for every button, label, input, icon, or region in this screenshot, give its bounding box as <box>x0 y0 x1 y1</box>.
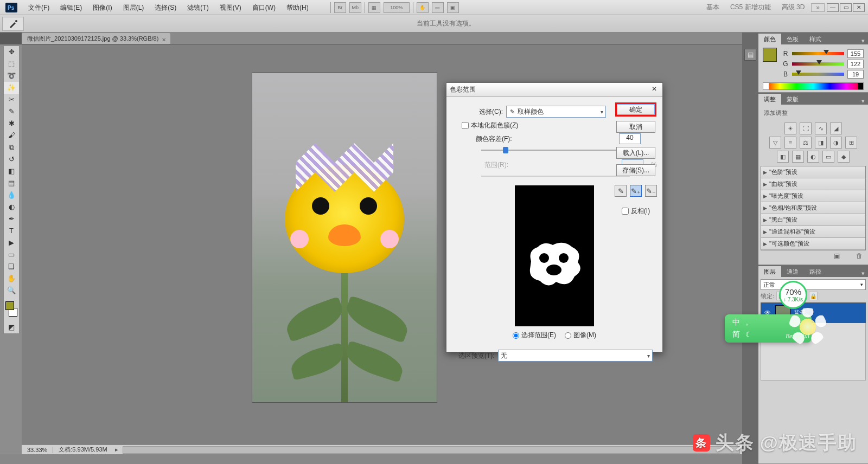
selection-preview-dropdown[interactable]: 无 ▾ <box>498 350 653 362</box>
select-method-dropdown[interactable]: ✎ 取样颜色 ▾ <box>506 106 606 118</box>
history-brush-tool[interactable]: ↺ <box>4 153 19 165</box>
preset-item[interactable]: ▶"曲线"预设 <box>761 178 865 190</box>
dialog-close-button[interactable]: ✕ <box>649 85 659 95</box>
window-close-button[interactable]: ✕ <box>853 3 865 12</box>
crop-tool[interactable]: ✂ <box>4 94 19 106</box>
shape-tool[interactable]: ▭ <box>4 249 19 261</box>
collapsed-history-icon[interactable]: ▤ <box>744 49 756 61</box>
foreground-background-swatch[interactable] <box>4 300 19 318</box>
workspace-cs5[interactable]: CS5 新增功能 <box>726 3 775 12</box>
healing-brush-tool[interactable]: ✱ <box>4 118 19 130</box>
launch-bridge-button[interactable]: Br <box>334 2 346 13</box>
lock-all-icon[interactable]: 🔒 <box>809 292 818 300</box>
clone-stamp-tool[interactable]: ⧉ <box>4 141 19 153</box>
panel-menu-icon[interactable]: ▾ <box>858 98 868 105</box>
workspace-more-icon[interactable]: » <box>811 3 825 12</box>
workspace-3d[interactable]: 高级 3D <box>777 3 809 12</box>
panel-menu-icon[interactable]: ▾ <box>858 270 868 277</box>
tab-styles[interactable]: 样式 <box>804 34 827 44</box>
pen-tool[interactable]: ✒ <box>4 213 19 225</box>
color-fg-swatch[interactable] <box>763 48 777 62</box>
tab-masks[interactable]: 蒙版 <box>781 94 804 105</box>
zoom-tool[interactable]: 🔍 <box>4 285 19 297</box>
adj-exposure-icon[interactable]: ◢ <box>830 123 842 134</box>
invert-checkbox[interactable]: 反相(I) <box>622 207 650 216</box>
canvas-image[interactable] <box>252 73 437 402</box>
color-spectrum[interactable] <box>763 82 864 90</box>
adj-threshold-icon[interactable]: ◐ <box>807 151 819 163</box>
eyedropper-sample[interactable]: ✎ <box>615 185 627 197</box>
menu-file[interactable]: 文件(F) <box>23 0 55 15</box>
adj-levels-icon[interactable]: ⛶ <box>800 123 812 134</box>
hand-tool[interactable]: ✋ <box>4 273 19 285</box>
document-info[interactable]: 文档:5.93M/5.93M <box>53 446 112 454</box>
preset-item[interactable]: ▶"黑白"预设 <box>761 214 865 226</box>
adj-channel-mixer-icon[interactable]: ⊞ <box>845 137 857 149</box>
info-dropdown-icon[interactable]: ▸ <box>113 446 120 453</box>
preset-item[interactable]: ▶"可选颜色"预设 <box>761 238 865 250</box>
preset-item[interactable]: ▶"曝光度"预设 <box>761 190 865 202</box>
type-tool[interactable]: T <box>4 225 19 237</box>
blur-tool[interactable]: 💧 <box>4 189 19 201</box>
current-tool-preset[interactable] <box>2 17 24 31</box>
preset-item[interactable]: ▶"色阶"预设 <box>761 166 865 178</box>
eyedropper-tool[interactable]: ✎ <box>4 106 19 118</box>
screen-mode-button[interactable]: ▣ <box>447 2 459 13</box>
gradient-tool[interactable]: ▤ <box>4 177 19 189</box>
eraser-tool[interactable]: ◧ <box>4 165 19 177</box>
adj-curves-icon[interactable]: ∿ <box>815 123 827 134</box>
adj-selective-color-icon[interactable]: ◆ <box>838 151 850 163</box>
adj-gradient-map-icon[interactable]: ▭ <box>822 151 834 163</box>
lasso-tool[interactable]: ➰ <box>4 70 19 82</box>
adj-vibrance-icon[interactable]: ▽ <box>769 137 781 149</box>
preset-item[interactable]: ▶"色相/饱和度"预设 <box>761 202 865 214</box>
menu-edit[interactable]: 编辑(E) <box>55 0 87 15</box>
adj-clip-icon[interactable]: ▣ <box>834 252 840 260</box>
menu-help[interactable]: 帮助(H) <box>281 0 314 15</box>
r-value[interactable]: 155 <box>847 49 864 58</box>
fuzziness-slider[interactable] <box>481 146 630 154</box>
cancel-button[interactable]: 取消 <box>616 121 655 133</box>
hand-tool-shortcut[interactable]: ✋ <box>417 2 429 13</box>
marquee-tool[interactable]: ⬚ <box>4 58 19 70</box>
g-value[interactable]: 122 <box>847 60 864 68</box>
document-tab[interactable]: 微信图片_20210309172125.jpg @ 33.3%(RGB/8) ✕ <box>22 33 170 44</box>
brush-tool[interactable]: 🖌 <box>4 130 19 141</box>
tab-adjustments[interactable]: 调整 <box>758 94 781 105</box>
b-value[interactable]: 19 <box>847 70 864 79</box>
dialog-titlebar[interactable]: 色彩范围 ✕ <box>446 83 662 97</box>
eyedropper-add[interactable]: ✎₊ <box>630 185 642 197</box>
adj-trash-icon[interactable]: 🗑 <box>856 252 863 260</box>
view-extras-button[interactable]: ▦ <box>368 2 380 13</box>
window-restore-button[interactable]: ▭ <box>840 3 852 12</box>
workspace-basic[interactable]: 基本 <box>702 3 724 12</box>
zoom-level-field[interactable]: 33.33% <box>22 447 53 453</box>
ime-input-widget[interactable]: 中。 简☾ Beautiful <box>725 314 812 343</box>
b-slider[interactable] <box>792 71 844 78</box>
path-selection-tool[interactable]: ▶ <box>4 237 19 249</box>
preset-item[interactable]: ▶"通道混和器"预设 <box>761 226 865 238</box>
document-tab-close-icon[interactable]: ✕ <box>162 35 168 41</box>
horizontal-scrollbar[interactable] <box>123 446 740 454</box>
quick-mask-toggle[interactable]: ◩ <box>4 321 19 333</box>
panel-menu-icon[interactable]: ▾ <box>858 37 868 44</box>
dodge-tool[interactable]: ◐ <box>4 201 19 213</box>
adj-invert-icon[interactable]: ◧ <box>777 151 789 163</box>
3d-tool[interactable]: ❏ <box>4 261 19 273</box>
foreground-color-swatch[interactable] <box>5 301 14 310</box>
launch-minibridge-button[interactable]: Mb <box>349 2 361 13</box>
radio-image[interactable]: 图像(M) <box>565 331 596 340</box>
radio-selection[interactable]: 选择范围(E) <box>513 331 556 340</box>
load-button[interactable]: 载入(L)... <box>616 147 655 159</box>
arrange-docs-button[interactable]: ▭ <box>432 2 444 13</box>
adj-bw-icon[interactable]: ◨ <box>815 137 827 149</box>
tab-layers[interactable]: 图层 <box>758 266 781 277</box>
blend-mode-dropdown[interactable]: 正常▾ <box>761 279 866 290</box>
save-button[interactable]: 存储(S)... <box>616 164 655 176</box>
adj-photo-filter-icon[interactable]: ◑ <box>830 137 842 149</box>
zoom-level-dropdown[interactable]: 100% <box>384 2 410 13</box>
adj-brightness-icon[interactable]: ☀ <box>784 123 796 134</box>
move-tool[interactable]: ✥ <box>4 46 19 58</box>
menu-layer[interactable]: 图层(L) <box>118 0 150 15</box>
r-slider[interactable] <box>792 50 844 57</box>
